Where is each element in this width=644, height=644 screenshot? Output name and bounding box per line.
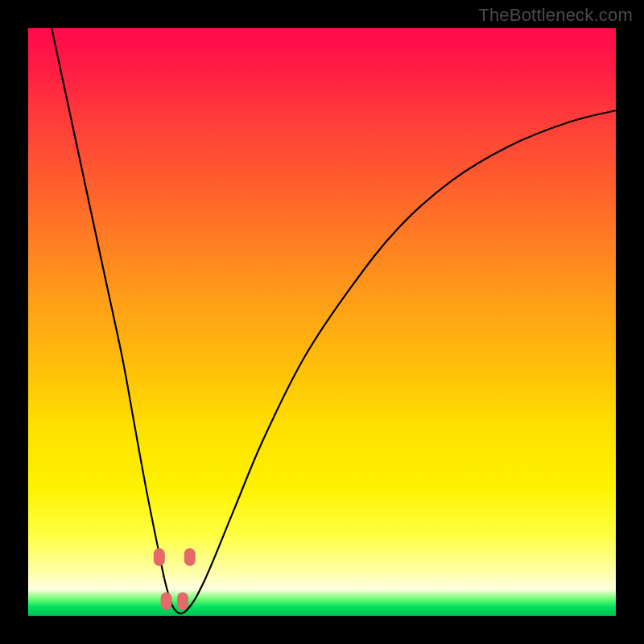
curve-marker — [154, 548, 165, 566]
bottleneck-curve — [52, 28, 616, 613]
watermark-text: TheBottleneck.com — [478, 5, 633, 26]
curve-markers — [154, 548, 196, 610]
plot-area — [28, 28, 616, 616]
chart-frame: TheBottleneck.com — [0, 0, 644, 644]
curve-marker — [161, 592, 172, 610]
curve-svg — [28, 28, 616, 616]
curve-marker — [184, 548, 196, 566]
curve-marker — [177, 592, 188, 610]
